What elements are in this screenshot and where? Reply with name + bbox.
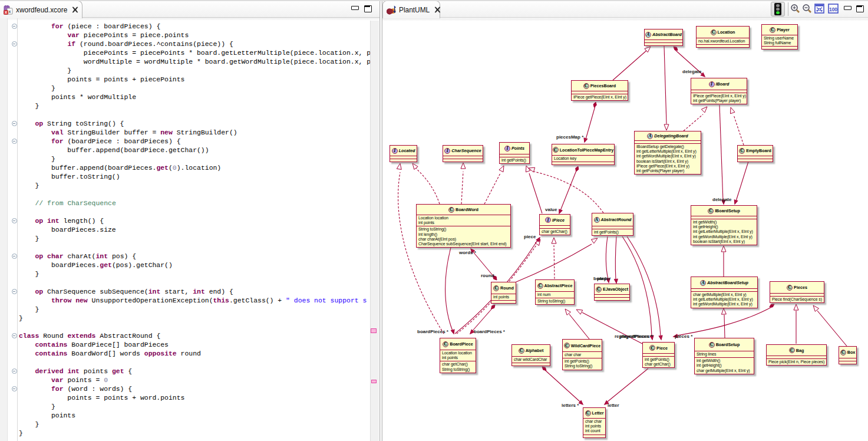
svg-text:x: x	[5, 10, 7, 14]
svg-text:x: x	[9, 9, 11, 13]
